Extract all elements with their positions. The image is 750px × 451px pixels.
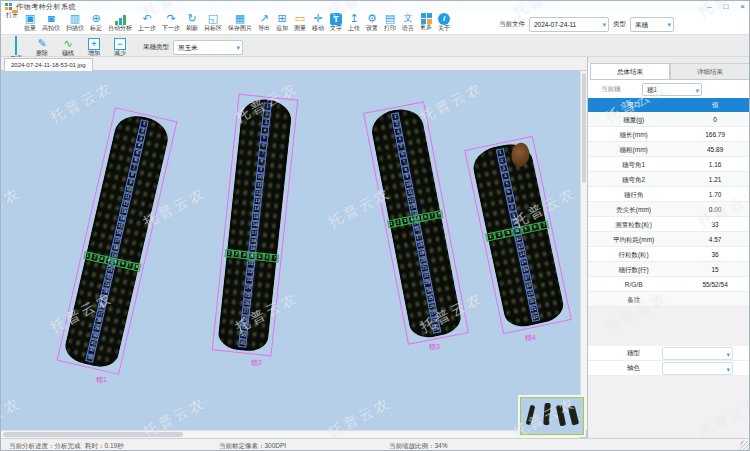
result-row: 穗行角1.70 xyxy=(588,187,750,202)
result-item-label: 行粒数(粒) xyxy=(588,247,679,261)
result-item-label: R/G/B xyxy=(588,277,679,291)
ear-shape-select[interactable]: ▾ xyxy=(662,347,733,360)
toolbar-button-text[interactable]: T文字 xyxy=(327,12,345,32)
toolbar-button-more[interactable]: 更多 xyxy=(417,12,435,31)
resize-grip[interactable] xyxy=(740,441,750,451)
maximize-button[interactable]: □ xyxy=(723,1,728,12)
status-time: 耗时：0.19秒 xyxy=(85,442,124,451)
row-number: 7 xyxy=(539,221,550,231)
toolbar-button-target-area[interactable]: ◱目标区 xyxy=(201,12,225,32)
remove-icon: − xyxy=(114,38,126,50)
toolbar-button-label: 批量 xyxy=(24,25,36,32)
image-tab[interactable]: 2024-07-24-11-18-53-01.jpg xyxy=(4,58,93,71)
result-item-label: 穗粗(mm) xyxy=(588,142,679,156)
erase-icon: ✎ xyxy=(29,37,55,50)
toolbar-button-undo[interactable]: ↶上一步 xyxy=(135,12,159,32)
vertical-scrollbar[interactable] xyxy=(580,71,587,430)
toolbar-button-settings[interactable]: ⚙设置 xyxy=(363,12,381,32)
toolbar-button-label: 上一步 xyxy=(138,25,156,32)
chevron-down-icon: ▾ xyxy=(726,363,730,376)
toolbar-button-measure[interactable]: ▭测量 xyxy=(291,12,309,32)
about-icon: i xyxy=(438,13,450,25)
toolbar-button-move[interactable]: ✛移动 xyxy=(309,12,327,32)
toolbar-button-label: 自动分析 xyxy=(108,25,132,32)
toolbar-button-about[interactable]: i关于 xyxy=(435,12,453,32)
file-type-value: 果穗 xyxy=(635,21,648,28)
toolbar-button-label: 减少 xyxy=(107,50,133,57)
undo-icon: ↶ xyxy=(138,12,156,25)
result-item-value: 4.57 xyxy=(679,232,750,246)
toolbar-button-print[interactable]: ▤打印 xyxy=(381,12,399,32)
scanner-icon: ▥ xyxy=(66,12,84,25)
upload-icon: ↥ xyxy=(348,12,360,25)
result-row: 测量粒数(粒)33 xyxy=(588,217,750,232)
export-icon: ↗ xyxy=(258,12,270,25)
status-progress: 当前分析进度：分析完成 xyxy=(9,442,81,451)
image-canvas[interactable]: 1234567891011121314151617181920212223242… xyxy=(1,71,587,438)
toolbar-button-export[interactable]: ↗导出 xyxy=(255,12,273,32)
toolbar-button-label: 关于 xyxy=(438,25,450,32)
axis-color-select[interactable]: ▾ xyxy=(662,362,733,375)
result-item-value: 33 xyxy=(679,217,750,231)
result-item-value: 0 xyxy=(679,112,750,126)
image-tab-label: 2024-07-24-11-18-53-01.jpg xyxy=(11,62,86,68)
print-icon: ▤ xyxy=(384,12,396,25)
row-number: 8 xyxy=(435,210,443,219)
close-button[interactable]: × xyxy=(740,1,745,12)
toolbar-button-language[interactable]: 文语言 xyxy=(399,12,417,32)
axis-color-label: 轴色 xyxy=(616,364,640,373)
result-item-value: 15 xyxy=(679,262,750,276)
language-icon: 文 xyxy=(402,12,414,25)
navigator-thumbnail[interactable] xyxy=(518,395,586,437)
chevron-down-icon: ▾ xyxy=(695,84,699,97)
tab-overall-results[interactable]: 总体结果 xyxy=(590,63,670,79)
ear-type-value: 黑玉米 xyxy=(178,44,198,51)
result-item-label: 测量粒数(粒) xyxy=(588,217,679,231)
toolbar-button-label: 擦除 xyxy=(29,50,55,57)
current-ear-select[interactable]: 穗1 ▾ xyxy=(642,83,702,96)
toolbar-button-save-image[interactable]: ▦保存图片 xyxy=(225,12,255,32)
toolbar-button-label: 更多 xyxy=(420,24,432,31)
move-icon: ✛ xyxy=(312,12,324,25)
toolbar-button-scanner[interactable]: ▥扫描仪 xyxy=(63,12,87,32)
toolbar-button-label: 刷新 xyxy=(186,25,198,32)
chevron-down-icon: ▾ xyxy=(667,18,671,31)
toolbar-button-label: 语言 xyxy=(402,25,414,32)
status-zoom: 当前缩放比例：34% xyxy=(389,442,448,451)
toolbar-button-open-folder[interactable]: 打开 xyxy=(3,12,21,19)
calibrate-icon: ⊕ xyxy=(90,12,102,25)
results-tabs: 总体结果 详细结果 xyxy=(590,63,750,80)
toolbar-button-label: 目标区 xyxy=(204,25,222,32)
toolbar-button-camera[interactable]: ◙高拍仪 xyxy=(39,12,63,32)
settings-icon: ⚙ xyxy=(366,12,378,25)
tab-detail-results[interactable]: 详细结果 xyxy=(670,63,750,79)
vertical-scroll-thumb[interactable] xyxy=(582,73,586,183)
toolbar-button-label: 标定 xyxy=(90,25,102,32)
axis-color-row: 轴色 ▾ xyxy=(588,361,750,376)
toolbar-button-append[interactable]: ⊞追加 xyxy=(273,12,291,32)
minimize-button[interactable]: – xyxy=(707,1,711,12)
result-row: 穗弯角21.21 xyxy=(588,172,750,187)
toolbar-button-auto-analyze[interactable]: 自动分析 xyxy=(105,12,135,32)
kernel-number: 29 xyxy=(432,324,441,333)
file-type-select[interactable]: 果穗 ▾ xyxy=(630,17,674,32)
toolbar-button-upload[interactable]: ↥上传 xyxy=(345,12,363,32)
toolbar-button-redo[interactable]: ↷下一步 xyxy=(159,12,183,32)
toolbar-button-label: 导出 xyxy=(258,25,270,32)
toolbar-button-label: 设置 xyxy=(366,25,378,32)
result-item-value: 36 xyxy=(679,247,750,261)
toolbar-button-label: 移动 xyxy=(312,25,324,32)
edit-toolbar: 二值✎擦除∿穗线+增加−减少 果穗类型 黑玉米 ▾ xyxy=(1,34,750,57)
current-file-select[interactable]: 2024-07-24-11 ▾ xyxy=(529,17,609,32)
result-row: R/G/B55/52/54 xyxy=(588,277,750,292)
horizontal-scroll-thumb[interactable] xyxy=(3,432,183,437)
current-ear-value: 穗1 xyxy=(647,86,657,93)
ear-bounding-box: 1234567891011121314151617181920212223242… xyxy=(363,101,469,344)
ear-type-select[interactable]: 黑玉米 ▾ xyxy=(173,40,243,55)
toolbar-button-refresh[interactable]: ↻刷新 xyxy=(183,12,201,32)
toolbar-button-batch[interactable]: ▣批量 xyxy=(21,12,39,32)
toolbar-button-calibrate[interactable]: ⊕标定 xyxy=(87,12,105,32)
toolbar-button-label: 扫描仪 xyxy=(66,25,84,32)
result-item-value: 1.16 xyxy=(679,157,750,171)
horizontal-scrollbar[interactable] xyxy=(1,430,580,438)
